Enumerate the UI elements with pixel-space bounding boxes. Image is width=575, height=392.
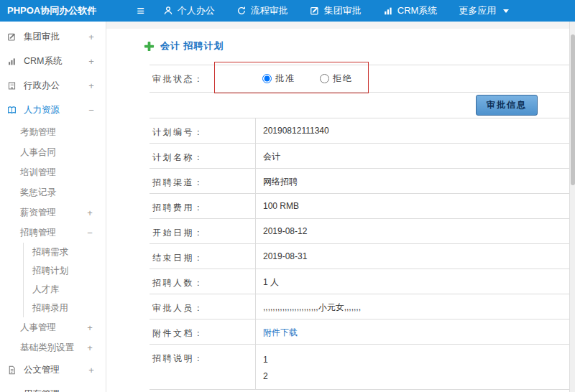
sidebar-item-salary[interactable]: 薪资管理 + [0, 202, 106, 223]
collapse-icon[interactable]: − [84, 228, 96, 238]
field-label: 招聘说明： [150, 345, 255, 389]
caret-down-icon [503, 9, 509, 13]
field-value: 2019-08-31 [255, 244, 574, 269]
scrollbar-thumb[interactable] [571, 34, 575, 185]
expand-icon[interactable]: + [86, 56, 97, 67]
main-content: 会计 招聘计划 审批状态： 批准 拒绝 审批信息 [106, 22, 575, 392]
vertical-scrollbar[interactable] [569, 22, 575, 392]
form-row-button: 审批信息 [150, 93, 574, 118]
green-plus-icon [144, 41, 155, 52]
expand-icon[interactable]: + [86, 389, 97, 392]
status-radio-group: 批准 拒绝 [255, 65, 574, 92]
sidebar: 集团审批 + CRM系统 + 行政办公 + 人力资源 − 考勤管理 人事合同 培… [0, 22, 106, 392]
field-value: 100 RMB [255, 194, 574, 218]
expand-icon[interactable]: + [86, 80, 97, 91]
nav-label: 集团审批 [324, 4, 362, 17]
nav-label: CRM系统 [397, 4, 438, 17]
sidebar-item-personnel-mgmt[interactable]: 人事管理 + [0, 317, 106, 337]
approval-info-button[interactable]: 审批信息 [476, 95, 538, 116]
sidebar-item-label: 行政办公 [24, 80, 60, 92]
sidebar-item-label: 公文管理 [24, 364, 60, 376]
field-value: 2019-08-12 [255, 219, 574, 243]
reject-radio-option[interactable]: 拒绝 [320, 73, 353, 85]
expand-icon[interactable]: + [84, 207, 96, 218]
bar-chart-icon [383, 6, 393, 16]
sidebar-item-recruit-plan[interactable]: 招聘计划 [23, 261, 106, 280]
nav-item-more-apps[interactable]: 更多应用 [459, 4, 509, 17]
approve-radio-option[interactable]: 批准 [262, 73, 295, 85]
edit-icon [7, 32, 19, 42]
bar-chart-icon [7, 57, 19, 66]
field-value: 1 人 [255, 269, 574, 294]
flow-refresh-icon [236, 6, 247, 16]
sidebar-item-hr[interactable]: 人力资源 − [0, 98, 106, 122]
sidebar-item-label: 薪资管理 [20, 207, 56, 219]
field-label: 招聘渠道： [150, 169, 255, 193]
collapse-icon[interactable]: − [86, 105, 97, 116]
sidebar-item-label: 人事合同 [20, 146, 56, 159]
sidebar-item-group-approval[interactable]: 集团审批 + [0, 24, 106, 49]
expand-icon[interactable]: + [84, 322, 96, 333]
form-row-cost: 招聘费用： 100 RMB [150, 194, 574, 219]
sidebar-item-recruit-mgmt[interactable]: 招聘管理 − [0, 223, 106, 243]
sidebar-item-label: 招聘需求 [32, 246, 68, 258]
sidebar-item-document-mgmt[interactable]: 公文管理 + [0, 358, 106, 382]
sidebar-item-label: 人事管理 [20, 322, 56, 334]
form-row-plan-number: 计划编号： 20190812111340 [150, 118, 574, 144]
person-icon [163, 6, 173, 16]
sidebar-item-label: 集团审批 [24, 31, 60, 43]
form-row-end-date: 结束日期： 2019-08-31 [150, 244, 574, 269]
menu-icon[interactable]: ≡ [137, 0, 144, 22]
sidebar-item-recruit-demand[interactable]: 招聘需求 [23, 243, 106, 261]
sidebar-item-talent-pool[interactable]: 人才库 [23, 280, 106, 299]
document-icon [7, 365, 19, 375]
page-title: 会计 招聘计划 [160, 39, 224, 52]
building-icon [7, 81, 19, 90]
top-gap [106, 22, 575, 29]
nav-label: 个人办公 [178, 4, 215, 17]
sidebar-item-label: CRM系统 [24, 55, 62, 67]
form-row-channel: 招聘渠道： 网络招聘 [150, 169, 574, 194]
nav-item-process-approval[interactable]: 流程审批 [236, 4, 288, 17]
topbar: PHPOA协同办公软件 ≡ 个人办公 流程审批 集团审批 CRM系统 [0, 0, 575, 22]
sidebar-item-recruit-hire[interactable]: 招聘录用 [23, 299, 106, 317]
sidebar-item-label: 招聘录用 [32, 302, 68, 314]
approve-radio[interactable] [262, 74, 272, 83]
field-label: 开始日期： [150, 219, 255, 243]
sidebar-item-label: 人力资源 [24, 104, 60, 116]
app-brand: PHPOA协同办公软件 [0, 4, 104, 17]
form-row-headcount: 招聘人数： 1 人 [150, 269, 574, 294]
sidebar-item-label: 人才库 [32, 284, 60, 296]
attachment-download-link[interactable]: 附件下载 [263, 327, 298, 337]
field-value: 20190812111340 [255, 118, 574, 143]
expand-icon[interactable]: + [86, 32, 97, 42]
sidebar-item-label: 基础类别设置 [20, 342, 74, 354]
sidebar-item-admin-office[interactable]: 行政办公 + [0, 73, 106, 98]
field-value: 1 2 [255, 345, 574, 389]
sidebar-item-label: 培训管理 [20, 167, 56, 179]
sidebar-item-crm[interactable]: CRM系统 + [0, 49, 106, 73]
nav-item-crm[interactable]: CRM系统 [383, 4, 438, 17]
sidebar-item-training[interactable]: 培训管理 [0, 162, 106, 182]
page-header: 会计 招聘计划 [144, 37, 575, 55]
reject-radio-label: 拒绝 [333, 73, 353, 85]
sidebar-item-vehicle-mgmt[interactable]: 用车管理 + [0, 382, 106, 392]
form-row-start-date: 开始日期： 2019-08-12 [150, 219, 574, 244]
field-label: 招聘费用： [150, 194, 255, 218]
form-row-plan-name: 计划名称： 会计 [150, 144, 574, 169]
reject-radio[interactable] [320, 74, 329, 83]
field-label: 计划名称： [150, 144, 255, 168]
sidebar-item-attendance[interactable]: 考勤管理 [0, 122, 106, 142]
sidebar-item-hr-contract[interactable]: 人事合同 [0, 142, 106, 162]
sidebar-item-label: 考勤管理 [20, 126, 56, 139]
car-icon [7, 390, 19, 392]
book-icon [7, 106, 19, 115]
expand-icon[interactable]: + [86, 365, 97, 375]
sidebar-item-rewards[interactable]: 奖惩记录 [0, 182, 106, 202]
expand-icon[interactable]: + [84, 342, 96, 353]
sidebar-item-base-category[interactable]: 基础类别设置 + [0, 337, 106, 358]
nav-item-personal-office[interactable]: 个人办公 [163, 4, 215, 17]
nav-item-group-approval[interactable]: 集团审批 [310, 4, 362, 17]
topbar-nav: 个人办公 流程审批 集团审批 CRM系统 更多应用 [163, 4, 510, 17]
field-value: 网络招聘 [255, 169, 574, 193]
